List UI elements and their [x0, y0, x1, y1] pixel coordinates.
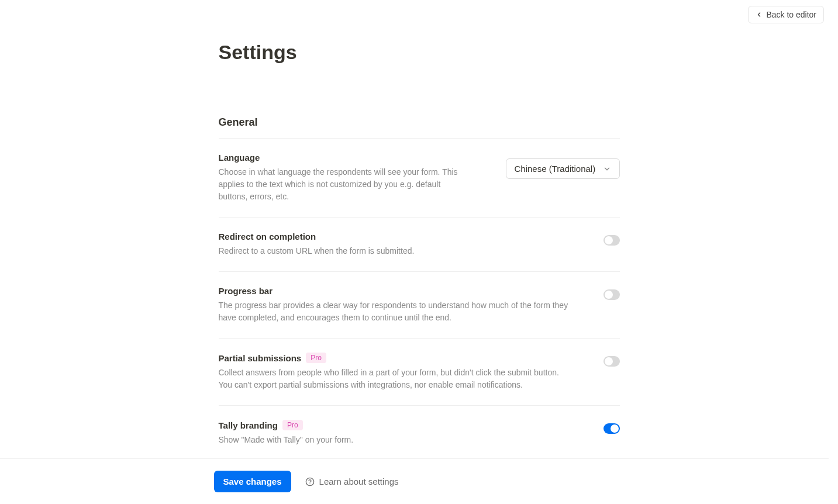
- setting-progress-text: Progress bar The progress bar provides a…: [219, 286, 580, 324]
- chevron-down-icon: [603, 165, 611, 173]
- setting-redirect-text: Redirect on completion Redirect to a cus…: [219, 232, 580, 257]
- setting-redirect: Redirect on completion Redirect to a cus…: [219, 218, 620, 272]
- redirect-label: Redirect on completion: [219, 232, 316, 241]
- partial-label: Partial submissions: [219, 353, 302, 363]
- main-scroll[interactable]: Back to editor Settings General Language…: [0, 0, 838, 504]
- redirect-toggle[interactable]: [604, 235, 620, 246]
- redirect-desc: Redirect to a custom URL when the form i…: [219, 245, 570, 257]
- branding-desc: Show "Made with Tally" on your form.: [219, 434, 570, 446]
- page-title: Settings: [219, 41, 620, 64]
- learn-about-settings-label: Learn about settings: [319, 477, 399, 486]
- footer: Save changes Learn about settings: [0, 458, 829, 504]
- setting-partial: Partial submissions Pro Collect answers …: [219, 339, 620, 406]
- help-circle-icon: [305, 477, 315, 486]
- toggle-knob: [605, 357, 613, 365]
- setting-language: Language Choose in what language the res…: [219, 139, 620, 218]
- back-to-editor-label: Back to editor: [766, 10, 816, 19]
- setting-language-text: Language Choose in what language the res…: [219, 153, 482, 203]
- language-label: Language: [219, 153, 260, 163]
- language-selected-value: Chinese (Traditional): [515, 164, 596, 174]
- chevron-left-icon: [756, 11, 763, 18]
- setting-progress: Progress bar The progress bar provides a…: [219, 272, 620, 339]
- language-select[interactable]: Chinese (Traditional): [506, 158, 620, 179]
- partial-toggle[interactable]: [604, 356, 620, 367]
- save-button[interactable]: Save changes: [214, 471, 291, 492]
- setting-branding: Tally branding Pro Show "Made with Tally…: [219, 406, 620, 460]
- setting-branding-text: Tally branding Pro Show "Made with Tally…: [219, 420, 580, 446]
- section-general-title: General: [219, 116, 620, 129]
- progress-label: Progress bar: [219, 286, 273, 296]
- language-desc: Choose in what language the respondents …: [219, 166, 470, 203]
- progress-toggle[interactable]: [604, 289, 620, 300]
- toggle-knob: [611, 424, 619, 433]
- toggle-knob: [605, 291, 613, 299]
- branding-label: Tally branding: [219, 420, 278, 430]
- setting-partial-text: Partial submissions Pro Collect answers …: [219, 353, 580, 391]
- toggle-knob: [605, 236, 613, 244]
- branding-toggle[interactable]: [604, 423, 620, 434]
- back-to-editor-button[interactable]: Back to editor: [748, 6, 824, 23]
- progress-desc: The progress bar provides a clear way fo…: [219, 299, 570, 324]
- settings-content: Settings General Language Choose in what…: [219, 0, 620, 504]
- learn-about-settings-link[interactable]: Learn about settings: [305, 477, 399, 486]
- partial-desc: Collect answers from people who filled i…: [219, 367, 570, 391]
- pro-badge: Pro: [282, 420, 303, 430]
- pro-badge: Pro: [306, 353, 326, 363]
